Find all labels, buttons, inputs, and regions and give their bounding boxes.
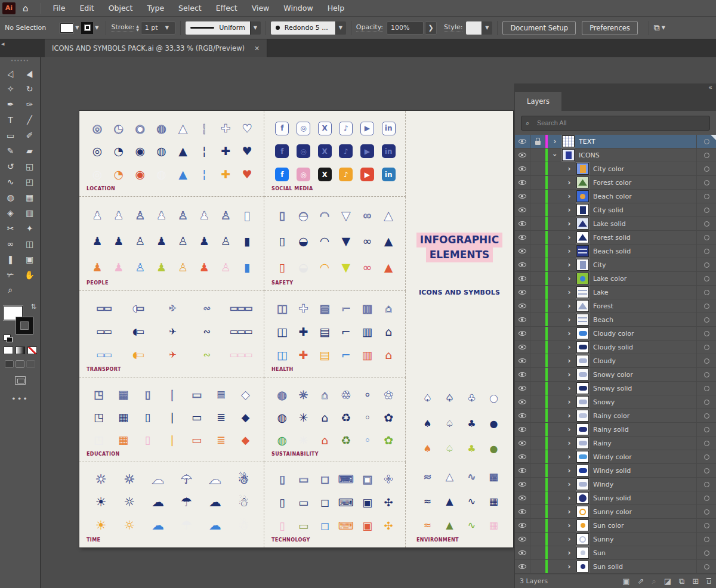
- scale-tool[interactable]: ◱: [21, 159, 38, 174]
- lock-toggle[interactable]: [530, 382, 545, 395]
- layer-row-icons[interactable]: ›ICONS: [515, 148, 716, 162]
- menu-item-object[interactable]: Object: [101, 0, 140, 17]
- layer-row-forest-color[interactable]: ›Forest color: [515, 176, 716, 190]
- expand-icon[interactable]: ›: [564, 165, 574, 173]
- new-sublayer-icon[interactable]: ⧉: [679, 577, 684, 585]
- layer-row-rainy-solid[interactable]: ›Rainy solid: [515, 423, 716, 437]
- visibility-toggle[interactable]: [515, 409, 530, 422]
- expand-icon[interactable]: ›: [564, 535, 574, 543]
- lock-toggle[interactable]: [530, 491, 545, 505]
- edit-toolbar-button[interactable]: •••: [11, 394, 29, 403]
- visibility-toggle[interactable]: [515, 148, 530, 162]
- opacity-label[interactable]: Opacity:: [356, 23, 383, 32]
- visibility-toggle[interactable]: [515, 382, 530, 395]
- layer-row-windy-solid[interactable]: ›Windy solid: [515, 464, 716, 478]
- chevron-down-icon[interactable]: ▼: [482, 21, 492, 35]
- layer-row-beach-color[interactable]: ›Beach color: [515, 190, 716, 203]
- expand-icon[interactable]: ›: [564, 302, 574, 310]
- lock-toggle[interactable]: [530, 560, 545, 573]
- rotate-view-tool[interactable]: ↻: [21, 81, 38, 96]
- shape-builder-tool[interactable]: ◍: [2, 190, 19, 205]
- layer-row-beach-solid[interactable]: ›Beach solid: [515, 245, 716, 258]
- close-icon[interactable]: ✕: [254, 45, 260, 52]
- symbol-sprayer-tool[interactable]: ◫: [21, 236, 38, 251]
- expand-icon[interactable]: ›: [564, 315, 574, 324]
- collapse-left-icon[interactable]: ◀: [1, 42, 4, 47]
- expand-icon[interactable]: ›: [564, 549, 574, 557]
- layer-row-snowy-solid[interactable]: ›Snowy solid: [515, 382, 716, 395]
- artboard[interactable]: ◎◔◉◍▲¦✚♥◎◔◉◍▲¦✚♥◎◔◉◍▲¦✚♥LOCATIONf◎X♪▶inf…: [79, 111, 513, 547]
- document-setup-button[interactable]: Document Setup: [502, 21, 576, 35]
- lock-toggle[interactable]: [530, 203, 545, 216]
- layer-row-sun-color[interactable]: ›Sun color: [515, 519, 716, 533]
- expand-icon[interactable]: ›: [564, 384, 574, 392]
- visibility-toggle[interactable]: [515, 231, 530, 244]
- layer-row-city-solid[interactable]: ›City solid: [515, 203, 716, 217]
- expand-icon[interactable]: ›: [564, 562, 574, 571]
- expand-icon[interactable]: ›: [564, 507, 574, 516]
- target-circle-icon[interactable]: [704, 468, 709, 474]
- target-circle-icon[interactable]: [704, 166, 709, 172]
- menu-item-help[interactable]: Help: [320, 0, 352, 17]
- expand-icon[interactable]: ›: [551, 150, 559, 160]
- visibility-toggle[interactable]: [515, 533, 530, 546]
- gradient-button[interactable]: [16, 346, 25, 354]
- layer-row-sunny-solid[interactable]: ›Sunny solid: [515, 491, 716, 505]
- expand-icon[interactable]: ›: [564, 370, 574, 379]
- expand-icon[interactable]: ›: [564, 521, 574, 530]
- visibility-toggle[interactable]: [515, 299, 530, 312]
- visibility-toggle[interactable]: [515, 519, 530, 532]
- target-circle-icon[interactable]: [704, 304, 709, 309]
- target-circle-icon[interactable]: [704, 345, 709, 350]
- chevron-down-icon[interactable]: ▼: [75, 25, 79, 30]
- target-circle-icon[interactable]: [704, 400, 709, 405]
- expand-icon[interactable]: ›: [564, 480, 574, 488]
- export-icon[interactable]: ⇗: [638, 577, 644, 585]
- expand-icon[interactable]: ›: [564, 192, 574, 200]
- width-profile-select[interactable]: Uniform: [186, 21, 250, 35]
- expand-icon[interactable]: ›: [564, 288, 574, 296]
- lock-toggle[interactable]: [530, 395, 545, 408]
- lock-toggle[interactable]: [530, 437, 545, 450]
- expand-icon[interactable]: ›: [564, 274, 574, 283]
- target-circle-icon[interactable]: [704, 372, 709, 377]
- expand-icon[interactable]: ›: [564, 247, 574, 255]
- clipping-mask-icon[interactable]: ◪: [664, 577, 671, 585]
- lock-toggle[interactable]: [530, 546, 545, 559]
- visibility-toggle[interactable]: [515, 341, 530, 354]
- line-segment-tool[interactable]: ╱: [21, 112, 38, 127]
- expand-icon[interactable]: ›: [564, 219, 574, 228]
- target-circle-icon[interactable]: [704, 235, 709, 240]
- target-circle-icon[interactable]: [704, 550, 709, 556]
- paintbrush-tool[interactable]: ✐: [21, 128, 38, 143]
- illustrator-logo-icon[interactable]: Ai: [2, 2, 16, 14]
- expand-icon[interactable]: ›: [564, 178, 574, 187]
- brush-definition-select[interactable]: Redondo 5 ...: [271, 21, 335, 35]
- new-layer-icon[interactable]: ⊞: [692, 577, 699, 585]
- layer-row-sun[interactable]: ›Sun: [515, 546, 716, 560]
- target-circle-icon[interactable]: [704, 509, 709, 515]
- opacity-input[interactable]: 100%: [387, 21, 424, 35]
- target-circle-icon[interactable]: [704, 139, 709, 144]
- visibility-toggle[interactable]: [515, 286, 530, 299]
- layer-row-sunny-color[interactable]: ›Sunny color: [515, 505, 716, 519]
- lock-toggle[interactable]: [530, 299, 545, 312]
- opacity-options-button[interactable]: ❯: [425, 21, 437, 35]
- expand-icon[interactable]: ›: [564, 329, 574, 338]
- layer-row-text[interactable]: ›TEXT: [515, 135, 716, 148]
- layer-row-rainy[interactable]: ›Rainy: [515, 437, 716, 450]
- lock-toggle[interactable]: [530, 217, 545, 230]
- stroke-proxy[interactable]: [16, 317, 33, 335]
- visibility-toggle[interactable]: [515, 505, 530, 518]
- align-options-icon[interactable]: ⧉: [654, 23, 660, 33]
- visibility-toggle[interactable]: [515, 327, 530, 340]
- type-tool[interactable]: T: [2, 112, 19, 127]
- collapse-panel-icon[interactable]: «: [708, 85, 712, 91]
- visibility-toggle[interactable]: [515, 560, 530, 573]
- visibility-toggle[interactable]: [515, 354, 530, 367]
- style-label[interactable]: Style:: [444, 23, 462, 32]
- visibility-toggle[interactable]: [515, 464, 530, 477]
- target-circle-icon[interactable]: [704, 208, 709, 213]
- rectangle-tool[interactable]: ▭: [2, 128, 19, 143]
- column-graph-tool[interactable]: ❚: [2, 252, 19, 267]
